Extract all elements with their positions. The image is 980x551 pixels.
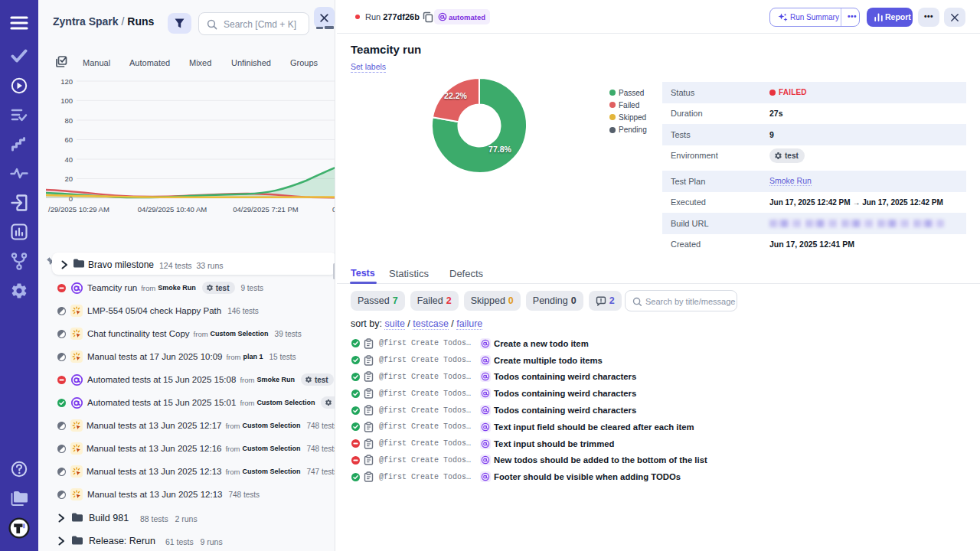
svg-text:04/29/2025: 04/29/2025 <box>332 205 335 214</box>
svg-text:/29/2025 10:29 AM: /29/2025 10:29 AM <box>48 205 109 214</box>
svg-text:20: 20 <box>64 174 73 183</box>
svg-text:60: 60 <box>64 135 73 144</box>
svg-text:40: 40 <box>64 155 73 164</box>
svg-text:22.2%: 22.2% <box>444 91 467 100</box>
svg-text:80: 80 <box>64 116 73 125</box>
svg-text:04/29/2025 10:40 AM: 04/29/2025 10:40 AM <box>138 205 207 214</box>
svg-text:04/29/2025 7:21 PM: 04/29/2025 7:21 PM <box>233 205 299 214</box>
svg-text:100: 100 <box>60 96 73 105</box>
svg-text:120: 120 <box>60 77 73 86</box>
svg-text:77.8%: 77.8% <box>488 145 511 154</box>
